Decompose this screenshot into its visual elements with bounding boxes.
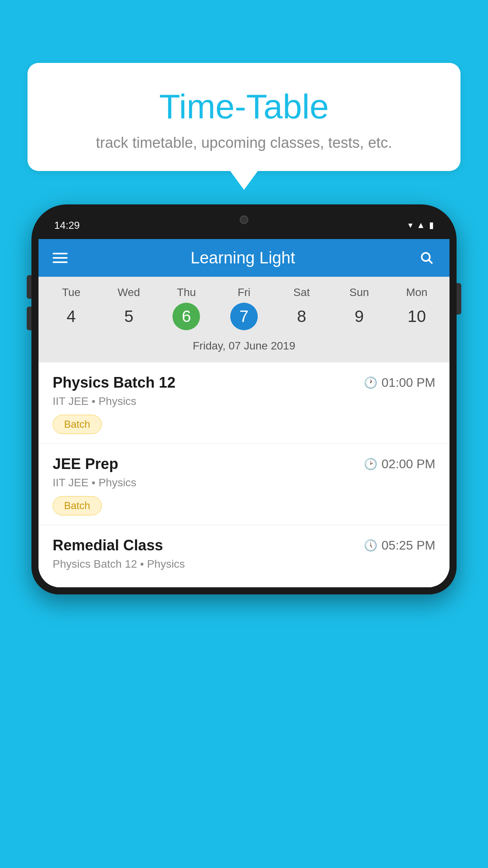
hamburger-line-2 — [53, 257, 68, 259]
volume-up-button[interactable] — [27, 275, 31, 299]
schedule-title-1: Physics Batch 12 — [53, 374, 176, 391]
day-5[interactable]: 5 — [100, 303, 158, 330]
bubble-title: Time-Table — [47, 86, 441, 127]
clock-icon-3: 🕔 — [364, 539, 378, 552]
phone-notch — [216, 211, 272, 228]
signal-icon: ▲ — [416, 220, 425, 230]
day-6-today[interactable]: 6 — [172, 303, 200, 330]
schedule-time-3: 🕔 05:25 PM — [364, 538, 435, 553]
hamburger-line-3 — [53, 261, 68, 263]
volume-down-button[interactable] — [27, 307, 31, 330]
hamburger-line-1 — [53, 253, 68, 254]
schedule-item-3-header: Remedial Class 🕔 05:25 PM — [53, 537, 435, 554]
clock-icon-2: 🕑 — [364, 458, 378, 471]
day-9[interactable]: 9 — [330, 303, 388, 330]
batch-badge-1: Batch — [53, 415, 102, 434]
day-header-mon: Mon — [388, 286, 446, 303]
day-header-thu: Thu — [158, 286, 215, 303]
search-icon — [419, 250, 434, 265]
speech-bubble-card: Time-Table track timetable, upcoming cla… — [28, 63, 460, 171]
schedule-list: Physics Batch 12 🕐 01:00 PM IIT JEE • Ph… — [39, 362, 449, 587]
day-8[interactable]: 8 — [273, 303, 330, 330]
bubble-subtitle: track timetable, upcoming classes, tests… — [47, 134, 441, 151]
schedule-title-2: JEE Prep — [53, 456, 118, 473]
hamburger-menu-button[interactable] — [53, 253, 68, 263]
status-icons: ▾ ▲ ▮ — [408, 220, 434, 230]
schedule-item-1-header: Physics Batch 12 🕐 01:00 PM — [53, 374, 435, 391]
front-camera — [240, 215, 248, 224]
day-10[interactable]: 10 — [388, 303, 446, 330]
schedule-subtitle-1: IIT JEE • Physics — [53, 395, 435, 408]
power-button[interactable] — [457, 283, 461, 314]
status-bar: 14:29 ▾ ▲ ▮ — [39, 211, 449, 239]
phone-screen: Learning Light Tue Wed Thu Fri Sat Sun — [39, 239, 449, 587]
selected-date-label: Friday, 07 June 2019 — [39, 337, 449, 359]
status-time: 14:29 — [54, 219, 80, 232]
schedule-item-2[interactable]: JEE Prep 🕑 02:00 PM IIT JEE • Physics Ba… — [39, 444, 449, 525]
battery-icon: ▮ — [429, 220, 434, 230]
schedule-item-2-header: JEE Prep 🕑 02:00 PM — [53, 456, 435, 473]
schedule-time-text-3: 05:25 PM — [382, 538, 435, 553]
search-button[interactable] — [418, 249, 435, 267]
wifi-icon: ▾ — [408, 220, 413, 230]
schedule-time-1: 🕐 01:00 PM — [364, 375, 435, 390]
day-4[interactable]: 4 — [42, 303, 100, 330]
day-header-tue: Tue — [42, 286, 100, 303]
calendar-strip: Tue Wed Thu Fri Sat Sun Mon 4 5 6 7 8 9 … — [39, 277, 449, 362]
schedule-title-3: Remedial Class — [53, 537, 163, 554]
clock-icon-1: 🕐 — [364, 376, 378, 389]
day-numbers: 4 5 6 7 8 9 10 — [39, 303, 449, 337]
app-header: Learning Light — [39, 239, 449, 277]
schedule-subtitle-2: IIT JEE • Physics — [53, 476, 435, 489]
app-title: Learning Light — [191, 248, 295, 267]
schedule-time-text-1: 01:00 PM — [382, 375, 435, 390]
schedule-item-3[interactable]: Remedial Class 🕔 05:25 PM Physics Batch … — [39, 525, 449, 587]
svg-point-0 — [422, 253, 430, 261]
phone-body: 14:29 ▾ ▲ ▮ Learning Light — [31, 204, 457, 594]
schedule-item-1[interactable]: Physics Batch 12 🕐 01:00 PM IIT JEE • Ph… — [39, 362, 449, 444]
day-header-sun: Sun — [330, 286, 388, 303]
phone-mockup: 14:29 ▾ ▲ ▮ Learning Light — [31, 204, 457, 868]
schedule-time-text-2: 02:00 PM — [382, 457, 435, 471]
day-headers: Tue Wed Thu Fri Sat Sun Mon — [39, 286, 449, 303]
schedule-time-2: 🕑 02:00 PM — [364, 457, 435, 471]
day-header-wed: Wed — [100, 286, 158, 303]
day-7-selected[interactable]: 7 — [230, 303, 258, 330]
batch-badge-2: Batch — [53, 496, 102, 515]
svg-line-1 — [429, 260, 433, 264]
day-header-fri: Fri — [215, 286, 273, 303]
day-header-sat: Sat — [273, 286, 330, 303]
schedule-subtitle-3: Physics Batch 12 • Physics — [53, 558, 435, 570]
